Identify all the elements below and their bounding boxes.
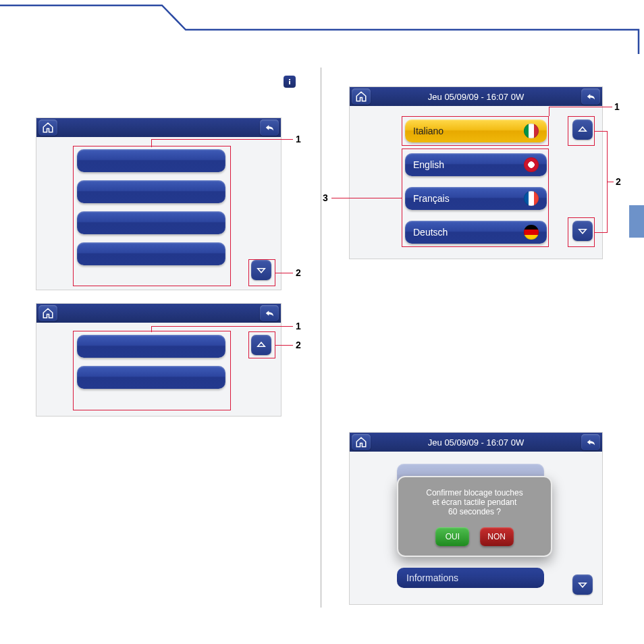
language-item-english[interactable]: English bbox=[405, 153, 547, 176]
home-button[interactable] bbox=[352, 434, 371, 450]
menu-item[interactable] bbox=[77, 335, 225, 358]
language-item-italiano[interactable]: Italiano bbox=[405, 119, 547, 142]
callout-number: 2 bbox=[296, 267, 301, 278]
language-label: Italiano bbox=[413, 126, 444, 136]
home-button[interactable] bbox=[38, 119, 57, 136]
dialog-text: et écran tactile pendant bbox=[412, 498, 537, 507]
back-button[interactable] bbox=[260, 305, 279, 321]
callout-line bbox=[607, 182, 614, 182]
titlebar-datetime: Jeu 05/09/09 - 16:07 0W bbox=[373, 92, 579, 102]
flag-icon bbox=[524, 225, 539, 240]
scroll-down-button[interactable] bbox=[572, 574, 593, 595]
menu-item[interactable] bbox=[77, 366, 225, 389]
menu-item-label: Informations bbox=[406, 572, 458, 583]
menu-item-informations[interactable]: Informations bbox=[397, 568, 544, 588]
svg-rect-0 bbox=[289, 79, 290, 80]
language-label: Deutsch bbox=[413, 227, 448, 238]
back-button[interactable] bbox=[260, 119, 279, 136]
yes-button[interactable]: OUI bbox=[435, 527, 469, 546]
callout-number: 1 bbox=[296, 321, 301, 331]
confirm-dialog: Confirmer blocage touches et écran tacti… bbox=[397, 476, 552, 557]
language-item-deutsch[interactable]: Deutsch bbox=[405, 221, 547, 244]
scroll-down-button[interactable] bbox=[251, 260, 271, 280]
callout-number: 2 bbox=[296, 340, 301, 350]
column-divider bbox=[321, 68, 321, 608]
menu-panel-b bbox=[36, 303, 281, 417]
svg-rect-1 bbox=[289, 81, 290, 84]
callout-number: 1 bbox=[614, 101, 620, 112]
home-button[interactable] bbox=[38, 305, 57, 321]
callout-line bbox=[607, 131, 608, 233]
language-label: English bbox=[413, 159, 444, 170]
language-panel: Jeu 05/09/09 - 16:07 0W Italiano English… bbox=[349, 86, 603, 259]
menu-item[interactable] bbox=[77, 211, 225, 234]
menu-panel-a bbox=[36, 117, 281, 290]
flag-icon bbox=[524, 124, 539, 138]
home-button[interactable] bbox=[352, 88, 371, 105]
callout-number: 3 bbox=[323, 192, 328, 203]
titlebar bbox=[36, 118, 281, 137]
page-top-border bbox=[0, 0, 644, 54]
menu-item[interactable] bbox=[77, 149, 225, 172]
titlebar: Jeu 05/09/09 - 16:07 0W bbox=[350, 87, 602, 106]
titlebar-datetime: Jeu 05/09/09 - 16:07 0W bbox=[373, 437, 579, 448]
menu-item[interactable] bbox=[77, 242, 225, 265]
lock-confirm-panel: Jeu 05/09/09 - 16:07 0W Informations Con… bbox=[349, 432, 603, 605]
page-side-tab bbox=[629, 205, 644, 238]
language-label: Français bbox=[413, 193, 450, 204]
titlebar: Jeu 05/09/09 - 16:07 0W bbox=[350, 433, 602, 452]
callout-number: 2 bbox=[616, 176, 621, 187]
back-button[interactable] bbox=[581, 88, 600, 105]
no-button[interactable]: NON bbox=[480, 527, 514, 546]
dialog-text: Confirmer blocage touches bbox=[412, 488, 537, 498]
titlebar bbox=[36, 304, 281, 323]
language-item-francais[interactable]: Français bbox=[405, 187, 547, 210]
info-icon bbox=[284, 76, 296, 88]
scroll-down-button[interactable] bbox=[572, 221, 593, 241]
menu-item[interactable] bbox=[77, 180, 225, 203]
flag-icon bbox=[524, 191, 539, 206]
back-button[interactable] bbox=[581, 434, 600, 450]
scroll-up-button[interactable] bbox=[251, 335, 271, 355]
callout-number: 1 bbox=[296, 134, 301, 144]
flag-icon bbox=[524, 157, 539, 172]
scroll-up-button[interactable] bbox=[572, 119, 593, 140]
dialog-text: 60 secondes ? bbox=[412, 507, 537, 516]
